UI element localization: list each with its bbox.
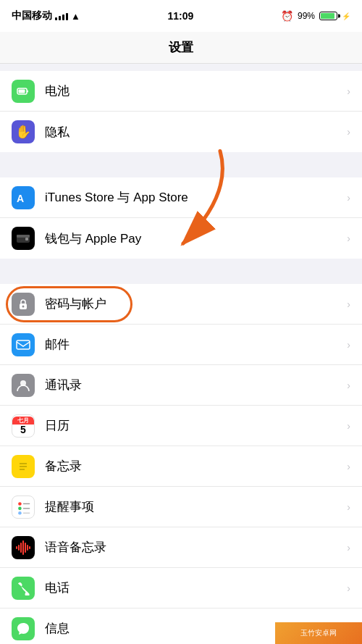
settings-item-reminders[interactable]: 提醒事项 › (0, 487, 362, 527)
section-gap-2 (0, 259, 362, 284)
settings-item-notes[interactable]: 备忘录 › (0, 446, 362, 487)
section-gap-1 (0, 152, 362, 177)
svg-point-9 (22, 305, 25, 307)
voice-label: 语音备忘录 (45, 539, 347, 556)
cal-day: 5 (20, 425, 26, 435)
voice-bar-2 (18, 545, 20, 551)
watermark: 玉竹安卓网 (275, 622, 362, 644)
notes-chevron: › (347, 461, 350, 472)
settings-item-phone[interactable]: 电话 › (0, 568, 362, 609)
signal-bar-3 (62, 14, 64, 20)
passwords-chevron: › (347, 298, 350, 310)
wallet-label: 钱包与 Apple Pay (45, 230, 347, 247)
wallet-app-icon (12, 227, 35, 250)
voice-bar-3 (20, 543, 22, 553)
time-display: 11:09 (168, 10, 194, 22)
svg-point-16 (18, 502, 22, 506)
signal-bar-4 (66, 13, 68, 20)
calendar-app-icon: 七月 5 (12, 414, 35, 438)
voice-bar-5 (25, 543, 26, 553)
battery-percent: 99% (298, 11, 315, 21)
signal-bar-2 (59, 16, 61, 20)
battery-container (319, 12, 337, 20)
status-left: 中国移动 ▲ (12, 9, 80, 22)
page-title: 设置 (169, 39, 193, 56)
mail-chevron: › (347, 339, 350, 351)
settings-item-mail[interactable]: 邮件 › (0, 325, 362, 365)
battery-fill (321, 13, 334, 19)
alarm-icon: ⏰ (281, 10, 293, 22)
svg-text:A: A (17, 193, 24, 204)
settings-item-wallet[interactable]: 钱包与 Apple Pay › (0, 218, 362, 259)
settings-item-contacts[interactable]: 通讯录 › (0, 365, 362, 406)
battery-app-icon (12, 80, 35, 103)
reminders-app-icon (12, 495, 35, 519)
voice-bar-6 (27, 545, 28, 551)
voice-chevron: › (347, 542, 350, 553)
svg-rect-10 (17, 340, 30, 349)
settings-group-1: 电池 › ✋ 隐私 › (0, 71, 362, 152)
notes-app-icon (12, 455, 35, 478)
wallet-chevron: › (347, 233, 350, 244)
messages-app-icon (12, 617, 35, 640)
privacy-label: 隐私 (45, 124, 347, 141)
battery-icon (319, 12, 337, 20)
signal-bar-1 (55, 17, 57, 20)
wifi-icon: ▲ (71, 11, 80, 22)
phone-app-icon (12, 577, 35, 600)
voice-app-icon (12, 536, 35, 559)
svg-rect-6 (25, 238, 28, 241)
nav-bar: 设置 (0, 32, 362, 64)
settings-item-itunes[interactable]: A iTunes Store 与 App Store › (0, 177, 362, 218)
reminders-label: 提醒事项 (45, 498, 347, 515)
settings-item-passwords[interactable]: 密码与帐户 › (0, 284, 362, 325)
contacts-label: 通讯录 (45, 377, 347, 393)
battery-chevron: › (347, 85, 350, 97)
carrier-label: 中国移动 (12, 9, 52, 22)
settings-item-calendar[interactable]: 七月 5 日历 › (0, 406, 362, 446)
passwords-label: 密码与帐户 (45, 296, 347, 312)
battery-label: 电池 (45, 83, 347, 99)
voice-waveform (16, 540, 30, 555)
settings-item-battery[interactable]: 电池 › (0, 71, 362, 112)
passwords-app-icon (12, 293, 35, 316)
settings-group-2: A iTunes Store 与 App Store › 钱包与 Apple P… (0, 177, 362, 259)
svg-rect-2 (19, 89, 25, 93)
svg-point-17 (18, 506, 22, 510)
itunes-chevron: › (347, 192, 350, 204)
settings-item-privacy[interactable]: ✋ 隐私 › (0, 112, 362, 152)
voice-bar-7 (29, 546, 30, 549)
phone-label: 电话 (45, 580, 347, 596)
status-right: ⏰ 99% ⚡ (281, 10, 350, 22)
notes-label: 备忘录 (45, 458, 347, 474)
charging-icon: ⚡ (342, 12, 350, 20)
itunes-app-icon: A (12, 186, 35, 209)
contacts-app-icon (12, 374, 35, 397)
settings-item-voice[interactable]: 语音备忘录 › (0, 527, 362, 568)
voice-bar-1 (16, 546, 17, 549)
svg-rect-1 (27, 90, 28, 92)
contacts-chevron: › (347, 380, 350, 391)
status-bar: 中国移动 ▲ 11:09 ⏰ 99% ⚡ (0, 0, 362, 32)
privacy-chevron: › (347, 126, 350, 138)
calendar-label: 日历 (45, 417, 347, 434)
mail-app-icon (12, 333, 35, 356)
reminders-chevron: › (347, 501, 350, 513)
calendar-inner: 七月 5 (12, 415, 34, 437)
signal-bars (55, 12, 68, 20)
itunes-label: iTunes Store 与 App Store (45, 189, 347, 206)
calendar-chevron: › (347, 420, 350, 432)
voice-bar-4 (22, 540, 24, 555)
svg-point-18 (18, 511, 22, 514)
phone-chevron: › (347, 582, 350, 594)
section-gap-0 (0, 64, 362, 71)
mail-label: 邮件 (45, 336, 347, 353)
settings-group-3: 密码与帐户 › 邮件 › 通讯录 › 七月 5 日历 (0, 284, 362, 644)
privacy-app-icon: ✋ (12, 120, 35, 143)
